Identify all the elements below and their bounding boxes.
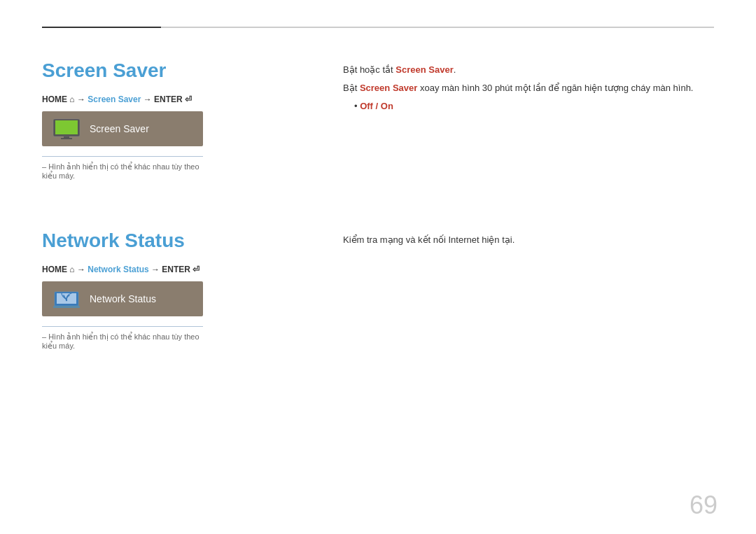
screen-saver-left: Screen Saver HOME ⌂ → Screen Saver → ENT…	[42, 59, 301, 181]
page-container: Screen Saver HOME ⌂ → Screen Saver → ENT…	[0, 0, 756, 534]
network-status-description: Kiểm tra mạng và kết nối Internet hiện t…	[343, 232, 714, 248]
nav-home-label: HOME	[42, 94, 67, 104]
screen-saver-menu-box: Screen Saver	[42, 111, 203, 146]
network-status-title: Network Status	[42, 230, 301, 252]
network-status-left: Network Status HOME ⌂ → Network Status →…	[42, 230, 301, 351]
nav-enter-label2: ENTER	[162, 265, 190, 274]
nav-arrow1: →	[77, 94, 85, 104]
svg-rect-3	[61, 138, 72, 139]
screen-saver-bullet: Off / On	[354, 99, 714, 114]
screen-saver-line2: Bật Screen Saver xoay màn hình 30 phút m…	[343, 80, 714, 96]
screen-saver-nav: HOME ⌂ → Screen Saver → ENTER ⏎	[42, 94, 301, 104]
nav-enter-icon2: ⏎	[192, 265, 200, 274]
network-icon	[52, 288, 81, 309]
screensaver-icon	[52, 118, 81, 139]
svg-point-6	[66, 300, 67, 301]
screen-saver-section: Screen Saver HOME ⌂ → Screen Saver → ENT…	[42, 59, 714, 181]
nav-enter-label: ENTER	[154, 94, 183, 104]
screen-saver-menu-label: Screen Saver	[90, 123, 149, 134]
network-status-section: Network Status HOME ⌂ → Network Status →…	[42, 230, 714, 351]
nav-screen-saver-highlight: Screen Saver	[88, 94, 141, 104]
screen-saver-right: Bật hoặc tắt Screen Saver. Bật Screen Sa…	[301, 59, 714, 181]
screen-saver-description: Bật hoặc tắt Screen Saver. Bật Screen Sa…	[343, 62, 714, 114]
screen-saver-title: Screen Saver	[42, 59, 301, 82]
nav-home-label2: HOME	[42, 265, 67, 274]
nav-network-highlight: Network Status	[88, 265, 148, 274]
network-status-nav: HOME ⌂ → Network Status → ENTER ⏎	[42, 265, 301, 274]
network-status-line1: Kiểm tra mạng và kết nối Internet hiện t…	[343, 232, 714, 248]
screen-saver-line1: Bật hoặc tắt Screen Saver.	[343, 62, 714, 78]
nav-arrow2: →	[144, 94, 152, 104]
nav-enter-icon: ⏎	[185, 94, 192, 104]
network-status-right: Kiểm tra mạng và kết nối Internet hiện t…	[301, 230, 714, 351]
svg-rect-7	[53, 306, 80, 308]
nav-home-icon: ⌂	[69, 94, 77, 104]
network-status-note: – Hình ảnh hiển thị có thể khác nhau tùy…	[42, 326, 203, 351]
network-status-menu-label: Network Status	[90, 293, 156, 304]
svg-rect-1	[55, 120, 78, 134]
nav-arrow1-2: →	[77, 265, 85, 274]
page-number: 69	[690, 491, 718, 520]
screen-saver-note: – Hình ảnh hiển thị có thể khác nhau tùy…	[42, 156, 203, 181]
top-line-accent	[42, 27, 161, 28]
nav-home-icon2: ⌂	[69, 265, 77, 274]
nav-arrow2-2: →	[151, 265, 160, 274]
network-status-menu-box: Network Status	[42, 281, 203, 316]
